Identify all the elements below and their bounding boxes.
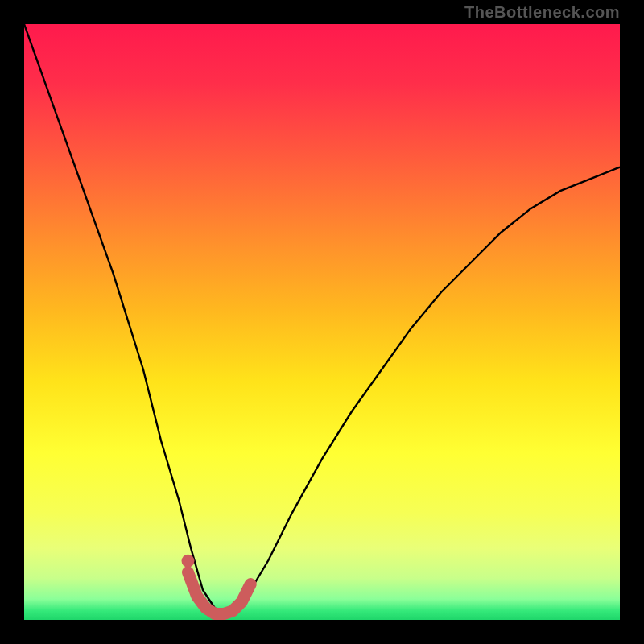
bottleneck-curve (24, 24, 620, 614)
optimal-range-curve (188, 572, 251, 614)
optimal-range-endpoint-icon (182, 555, 195, 568)
curve-layer (24, 24, 620, 620)
watermark-text: TheBottleneck.com (464, 3, 620, 22)
plot-area (24, 24, 620, 620)
